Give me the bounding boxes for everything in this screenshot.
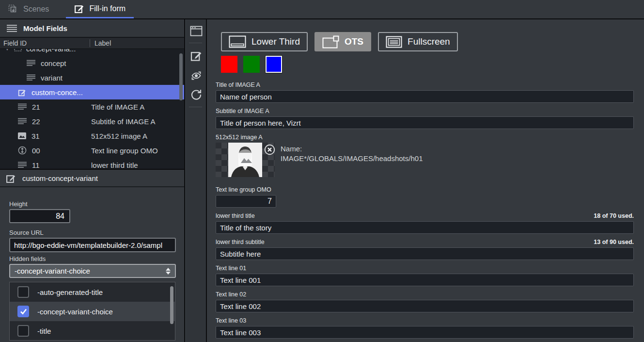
field-label: Text line 02 [216, 291, 246, 298]
field-id: concept [41, 59, 66, 67]
table-row[interactable]: 11 lower third title [0, 158, 184, 169]
table-row-selected[interactable]: custom-conce... [0, 85, 184, 99]
text-line-02-input[interactable] [216, 300, 634, 312]
field-id: custom-conce... [31, 88, 83, 97]
model-fields-header: Model Fields [0, 19, 184, 38]
option-title[interactable]: -title [10, 321, 175, 341]
field-label: Text line 01 [216, 265, 246, 272]
column-field-id[interactable]: Field ID [0, 39, 90, 47]
field-label: lower third subtitle [216, 239, 265, 245]
column-label[interactable]: Label [90, 39, 111, 47]
field-label: Title of IMAGE A [216, 81, 260, 88]
fullscreen-button[interactable]: Fullscreen [378, 32, 458, 51]
field-table: ▼ concept-varia... concept [0, 49, 184, 169]
clear-image-button[interactable] [264, 144, 275, 155]
tree-collapse-arrow-icon[interactable]: ▼ [5, 49, 10, 51]
form-edit-icon[interactable] [190, 49, 202, 62]
field-id: concept-varia... [26, 49, 76, 53]
image-name-label: Name: [281, 144, 423, 154]
preview-eye-icon[interactable] [190, 70, 203, 81]
field-image-a: 512x512 image A [216, 134, 634, 177]
table-row[interactable]: 00 Text line group OMO [0, 143, 184, 158]
table-scrollbar-thumb[interactable] [179, 53, 183, 100]
field-label: Text line 03 [216, 317, 246, 324]
lower-third-button[interactable]: Lower Third [221, 32, 308, 51]
top-tab-bar: Scenes Fill-in form [0, 0, 644, 19]
group-dashed-icon [14, 49, 22, 51]
color-swatches [221, 56, 634, 73]
ots-button[interactable]: OTS [314, 32, 371, 51]
subtitle-a-input[interactable] [216, 116, 634, 129]
option-auto-generated-title[interactable]: -auto-generated-title [10, 282, 175, 302]
height-input[interactable] [9, 209, 70, 223]
field-id: 21 [32, 103, 40, 111]
image-icon [18, 132, 26, 139]
toolbar-separator [189, 107, 202, 107]
height-label: Height [9, 200, 175, 208]
field-omo: Text line group OMO [216, 186, 634, 208]
field-id: variant [41, 74, 63, 82]
swatch-green[interactable] [243, 56, 260, 73]
table-row[interactable]: 22 Subtitle of IMAGE A [0, 114, 184, 129]
lower-third-subtitle-input[interactable] [216, 247, 634, 260]
hamburger-icon[interactable] [7, 25, 17, 32]
field-label: Subtitle of IMAGE A [216, 108, 269, 114]
table-row[interactable]: 21 Title of IMAGE A [0, 99, 184, 114]
field-id: 31 [31, 132, 40, 140]
field-id: 00 [32, 147, 40, 155]
hidden-fields-selected-value: -concept-variant-choice [15, 267, 90, 275]
table-row[interactable]: variant [0, 70, 184, 85]
field-text-line-03: Text line 03 [216, 317, 634, 339]
text-line-01-input[interactable] [216, 274, 634, 286]
form-edit-icon [6, 173, 16, 183]
panel-title: Model Fields [23, 24, 67, 33]
text-lines-icon [18, 103, 27, 110]
tab-label: Scenes [23, 5, 49, 14]
field-properties: Height Source URL Hidden fields -concept… [0, 187, 184, 341]
image-meta: Name: IMAGE*/GLOBALS/IMAGES/headshots/h0… [281, 143, 423, 177]
table-row[interactable]: concept [0, 56, 184, 70]
form-toolbar [186, 19, 207, 342]
omo-input[interactable] [216, 195, 276, 208]
tab-fill-in-form[interactable]: Fill-in form [66, 0, 134, 18]
x-circle-icon [264, 144, 275, 155]
lower-third-title-input[interactable] [216, 221, 634, 234]
swatch-red[interactable] [221, 56, 237, 73]
listbox-scrollbar-thumb[interactable] [170, 286, 173, 324]
selected-field-title: custom-concept-variant [22, 174, 98, 182]
variant-buttons: Lower Third OTS Fullscreen [221, 32, 634, 51]
field-lower-third-subtitle: lower third subtitle 13 of 90 used. [216, 239, 634, 260]
window-icon[interactable] [190, 25, 203, 37]
tab-scenes[interactable]: Scenes [0, 0, 57, 18]
char-counter: 18 of 70 used. [594, 212, 634, 219]
checkbox-unchecked-icon[interactable] [17, 325, 29, 337]
checkbox-checked-icon[interactable] [17, 306, 29, 317]
form-edit-icon [18, 88, 26, 97]
lower-third-icon [229, 35, 246, 48]
table-column-header: Field ID Label [0, 38, 184, 49]
table-row[interactable]: 31 512x512 image A [0, 129, 184, 143]
field-lower-third-title: lower third title 18 of 70 used. [216, 212, 634, 234]
table-row[interactable]: ▼ concept-varia... [0, 49, 184, 56]
updown-circle-icon [18, 146, 27, 155]
scenes-icon [8, 4, 18, 15]
field-label: 512x512 image A [216, 134, 263, 141]
checkbox-unchecked-icon[interactable] [17, 286, 29, 298]
text-lines-icon [18, 162, 27, 168]
field-title-a: Title of IMAGE A [216, 81, 634, 103]
source-url-input[interactable] [9, 238, 176, 252]
form-edit-icon [74, 3, 84, 14]
swatch-blue[interactable] [266, 56, 282, 73]
text-line-03-input[interactable] [216, 326, 634, 339]
image-thumbnail[interactable] [216, 143, 275, 177]
refresh-icon[interactable] [190, 88, 203, 101]
template-builder-app: { "colors": { "accent_blue": "#5b79e8", … [0, 0, 644, 342]
select-stepper-icon [166, 268, 171, 275]
text-lines-icon [27, 74, 35, 81]
option-concept-variant-choice[interactable]: -concept-variant-choice [10, 302, 175, 321]
field-text-line-01: Text line 01 [216, 265, 634, 286]
text-lines-icon [27, 60, 35, 66]
ots-icon [322, 35, 339, 49]
title-a-input[interactable] [216, 90, 634, 103]
hidden-fields-select[interactable]: -concept-variant-choice [9, 264, 176, 278]
